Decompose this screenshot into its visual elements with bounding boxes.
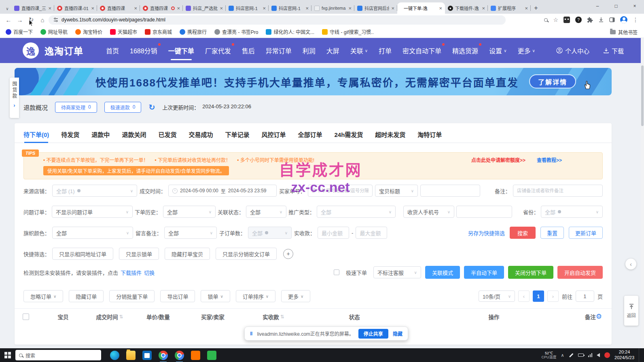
pending-merchant-button[interactable]: 待商家处理 0 (55, 102, 97, 113)
url-bar[interactable]: dywebs.1tsoft.com/douyin-web/pages/trade… (49, 15, 506, 25)
taskbar-app-icon[interactable] (159, 351, 168, 360)
tab-close-icon[interactable]: × (391, 5, 394, 11)
order-history-select[interactable]: 全部 ∨ (163, 206, 216, 218)
order-status-tab[interactable]: 已发货 (158, 130, 176, 143)
browser-tab[interactable]: 直播四课 × (97, 2, 140, 14)
sort-icon[interactable]: ⇅ (280, 314, 284, 320)
tab-close-icon[interactable]: × (482, 5, 485, 11)
taskbar-app-icon[interactable] (207, 351, 216, 360)
app-menu-item[interactable]: 一键下单 (168, 38, 194, 63)
quick-filter-pill[interactable]: 只显示相同地址订单 (52, 248, 113, 260)
app-menu-item[interactable]: 异常订单 (266, 38, 292, 63)
flag-color-select[interactable]: 全部 ∨ (52, 227, 133, 239)
tab-close-icon[interactable]: × (48, 5, 51, 11)
reset-button[interactable]: 重置 (540, 227, 564, 239)
service-mark-select[interactable]: 不标注客服 ∨ (373, 266, 421, 278)
tab-close-icon[interactable]: × (177, 5, 180, 11)
page-scrollbar[interactable] (641, 38, 644, 348)
search-button[interactable]: 搜索 (510, 227, 536, 239)
window-minimize-button[interactable]: – (588, 3, 607, 9)
app-menu-item[interactable]: 打单 (379, 38, 392, 63)
table-column-header[interactable]: 备注 (585, 313, 596, 321)
recording-tray-icon[interactable] (604, 352, 610, 358)
reload-icon[interactable]: ↻ (26, 16, 36, 23)
order-status-tab[interactable]: 待发货 (61, 130, 79, 143)
table-column-header[interactable]: 宝贝 (39, 313, 87, 321)
bulk-action-button[interactable]: 忽略订单 ∨ (23, 290, 63, 302)
order-status-tab[interactable]: 淘特订单 (417, 130, 442, 143)
taskbar-app-icon[interactable] (126, 351, 136, 360)
quick-filter-pill[interactable]: 只显示锁单 (119, 248, 159, 260)
title-keyword-input[interactable] (424, 188, 476, 193)
stock-payment-side-tab[interactable]: 囤货款 › (10, 78, 19, 118)
order-status-tab[interactable]: 退款关闭 (122, 130, 146, 143)
order-status-tab[interactable]: 交易成功 (189, 130, 213, 143)
bookmark-item[interactable]: 守线 - gif搜索_习惯.. (322, 28, 374, 35)
table-column-header[interactable]: 成交时间 ⇅ (87, 313, 132, 321)
title-type-select[interactable]: 宝贝标题 ∨ (375, 185, 418, 197)
bulk-action-button[interactable]: 导出订单 (160, 290, 195, 302)
window-close-button[interactable]: × (625, 3, 644, 9)
help-extension-icon[interactable]: ? (575, 17, 582, 23)
buyer-order-no-input[interactable] (312, 188, 369, 193)
relation-status-select[interactable]: 全部 ∨ (246, 206, 286, 218)
site-settings-icon[interactable] (53, 17, 58, 22)
banner-detail-button[interactable]: 了解详情 (529, 74, 576, 88)
buyer-order-no-field[interactable] (308, 185, 373, 197)
refresh-icon[interactable]: ↻ (148, 103, 155, 112)
bookmark-item[interactable]: 百度一下 (6, 28, 33, 35)
zoom-icon[interactable] (544, 18, 548, 22)
profile-avatar[interactable] (620, 16, 627, 23)
browser-tab[interactable]: 直播四课-01 × (54, 2, 97, 14)
bookmark-item[interactable]: 携程旅行 (180, 28, 207, 35)
bookmark-item[interactable]: 京东商城 (145, 28, 172, 35)
volume-icon[interactable] (597, 353, 600, 357)
tray-expand-icon[interactable]: ∧ (561, 353, 564, 358)
bookmark-item[interactable]: 天猫超市 (110, 28, 137, 35)
order-status-tab[interactable]: 全部订单 (298, 130, 322, 143)
tab-close-icon[interactable]: × (439, 5, 442, 11)
quick-filter-pill[interactable]: 只显示分销密文订单 (216, 248, 277, 260)
sort-icon[interactable]: ⇅ (119, 314, 123, 320)
browser-tab[interactable]: 抖店_严选批 × (183, 2, 226, 14)
quick-filter-pill[interactable]: 隐藏打单宝贝 (165, 248, 210, 260)
browser-tab[interactable]: 一键下单-逸 × (397, 2, 445, 14)
user-center-link[interactable]: 个人中心 (556, 46, 589, 55)
stop-sharing-button[interactable]: 停止共享 (358, 329, 388, 339)
tab-close-icon[interactable]: × (134, 5, 137, 11)
download-link[interactable]: 下载 (603, 46, 624, 55)
bulk-action-button[interactable]: 订单排序 ∨ (236, 290, 275, 302)
bulk-action-button[interactable]: 分销批量下单 (109, 290, 155, 302)
table-column-header[interactable]: 单价/数量 (132, 313, 184, 321)
bookmark-item[interactable]: 绿化的人: 中国文... (266, 28, 314, 35)
tab-search-icon[interactable]: ∨ (3, 3, 11, 14)
order-status-tab[interactable]: 风控订单 (261, 130, 286, 143)
app-menu-item[interactable]: 利润 (303, 38, 316, 63)
update-orders-button[interactable]: 更新订单 (569, 227, 603, 239)
app-menu-item[interactable]: 1688分销 (130, 38, 157, 63)
show-desktop-button[interactable] (639, 348, 641, 362)
browser-tab[interactable]: 下载插件-逸 × (445, 2, 488, 14)
bulk-action-button[interactable]: 锁单 ∨ (201, 290, 230, 302)
extensions-puzzle-icon[interactable] (587, 17, 593, 23)
receiver-phone-field[interactable] (456, 206, 512, 218)
select-all-checkbox[interactable] (23, 314, 29, 320)
add-quick-filter-button[interactable]: + (283, 249, 293, 259)
suborder-count-select[interactable]: 全部 ∨ (248, 227, 292, 239)
mode-button[interactable]: 关联模式 (425, 266, 460, 279)
source-shop-select[interactable]: 全部 (1) ∨ (52, 185, 137, 197)
bookmark-star-icon[interactable]: ☆ (553, 17, 558, 23)
start-button[interactable] (4, 352, 11, 358)
order-status-tab[interactable]: 待下单(0) (23, 130, 49, 143)
pen-icon[interactable] (569, 353, 573, 357)
taskbar-app-icon[interactable] (175, 351, 184, 360)
tab-close-icon[interactable]: × (220, 5, 223, 11)
switch-plugin-link[interactable]: 切换 (144, 269, 155, 276)
collapse-panel-button[interactable]: ‹ (625, 259, 636, 269)
receiver-phone-input[interactable] (460, 209, 508, 214)
scrollbar-thumb[interactable] (641, 65, 644, 126)
table-column-header[interactable]: 状态 (306, 313, 403, 321)
app-menu-item[interactable]: 厂家代发 (205, 38, 231, 63)
title-keyword-field[interactable] (420, 185, 480, 197)
browser-tab[interactable]: 扩展程序 × (488, 2, 531, 14)
